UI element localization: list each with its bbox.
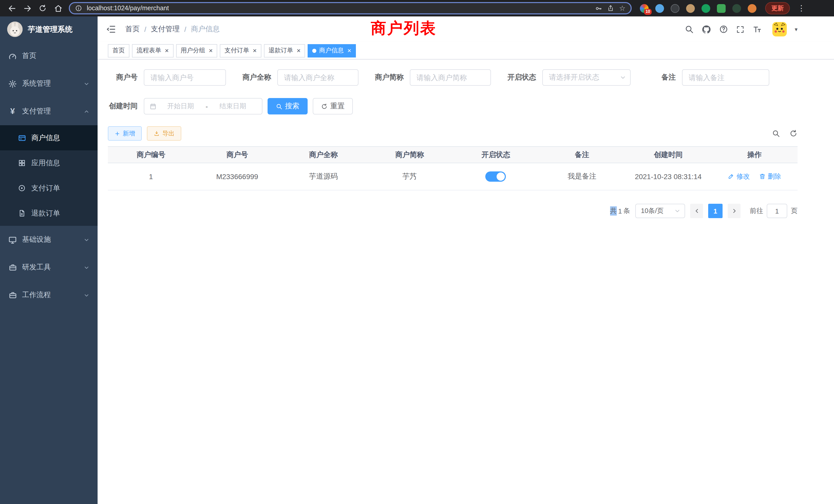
tab-home[interactable]: 首页 (108, 44, 129, 57)
tab-close-icon[interactable]: × (165, 47, 169, 54)
app-title: 芋道管理系统 (28, 24, 72, 34)
grid-icon (18, 159, 26, 167)
breadcrumb-payment[interactable]: 支付管理 (151, 25, 180, 34)
field-label: 商户全称 (241, 73, 277, 82)
share-icon[interactable] (607, 5, 614, 12)
sidebar-item-label: 研发工具 (22, 263, 51, 272)
sidebar-item-refund-order[interactable]: 退款订单 (0, 201, 97, 226)
extension-green-circle-icon[interactable] (702, 4, 710, 13)
page-content: 商户号 商户全称 商户简称 开启状态 请选择开启状态 (97, 60, 834, 504)
search-icon (276, 103, 282, 110)
sidebar-item-infrastructure[interactable]: 基础设施 (0, 226, 97, 254)
sidebar-item-home[interactable]: 首页 (0, 42, 97, 70)
sidebar-item-merchant-info[interactable]: 商户信息 (0, 125, 97, 151)
export-button[interactable]: 导出 (147, 126, 181, 141)
browser-forward-button[interactable] (21, 2, 34, 15)
bank-card-icon (18, 134, 26, 142)
cell-actions: 修改 删除 (711, 163, 797, 190)
fullscreen-icon[interactable] (736, 25, 745, 33)
extension-badge: 10 (644, 8, 652, 15)
reset-button[interactable]: 重置 (313, 98, 353, 114)
filter-status: 开启状态 请选择开启状态 (506, 69, 631, 86)
tab-close-icon[interactable]: × (253, 47, 257, 54)
delete-link[interactable]: 删除 (759, 172, 781, 181)
avatar-caret-down-icon[interactable]: ▾ (795, 26, 797, 32)
add-button-label: 新增 (123, 129, 135, 138)
user-avatar[interactable] (773, 22, 787, 37)
next-page-button[interactable] (728, 204, 741, 218)
browser-home-button[interactable] (51, 2, 65, 15)
chevron-down-icon (84, 81, 89, 87)
tab-user-group[interactable]: 用户分组 × (176, 44, 217, 57)
page-size-select[interactable]: 10条/页 (635, 204, 685, 218)
sidebar-item-payment-management[interactable]: ¥ 支付管理 (0, 97, 97, 125)
github-icon[interactable] (702, 24, 711, 34)
short-name-input[interactable] (410, 69, 491, 86)
help-doc-icon[interactable] (719, 25, 728, 34)
extension-dark-circle-icon[interactable] (671, 4, 679, 13)
chevron-down-icon (84, 237, 89, 243)
breadcrumb-home[interactable]: 首页 (125, 25, 140, 34)
tab-close-icon[interactable]: × (209, 47, 213, 54)
browser-reload-button[interactable] (36, 2, 49, 15)
browser-menu-icon[interactable]: ⋮ (797, 4, 805, 13)
prev-page-button[interactable] (690, 204, 703, 218)
pagination-total: 共 1 条 (610, 206, 630, 215)
filter-create-time: 创建时间 开始日期 - 结束日期 (108, 98, 262, 114)
search-button[interactable]: 搜索 (267, 98, 308, 114)
header-search-icon[interactable] (685, 25, 694, 34)
site-info-icon[interactable] (75, 5, 82, 12)
sidebar-item-dev-tools[interactable]: 研发工具 (0, 254, 97, 281)
pagination: 共 1 条 10条/页 1 前往 页 (108, 204, 797, 218)
extension-forest-icon[interactable] (732, 4, 741, 13)
app-logo[interactable]: 芋道管理系统 (0, 17, 97, 42)
extension-blue-drop-icon[interactable] (655, 4, 664, 13)
add-button[interactable]: 新增 (108, 126, 142, 141)
search-button-label: 搜索 (285, 101, 300, 111)
sidebar-item-pay-order[interactable]: 支付订单 (0, 176, 97, 201)
sidebar-toggle-icon[interactable] (106, 24, 116, 35)
date-range-picker[interactable]: 开始日期 - 结束日期 (144, 98, 262, 114)
browser-update-button[interactable]: 更新 (765, 2, 790, 14)
bookmark-star-icon[interactable]: ☆ (619, 4, 626, 12)
tab-close-icon[interactable]: × (347, 47, 351, 54)
col-actions: 操作 (711, 146, 797, 163)
extension-green-square-icon[interactable] (717, 4, 726, 13)
tab-close-icon[interactable]: × (297, 47, 301, 54)
page-unit-label: 页 (791, 206, 797, 215)
status-toggle[interactable] (486, 171, 506, 182)
tab-label: 用户分组 (180, 46, 205, 55)
password-key-icon[interactable] (595, 4, 602, 12)
edit-link[interactable]: 修改 (728, 172, 750, 181)
sidebar-item-app-info[interactable]: 应用信息 (0, 151, 97, 176)
profile-avatar-icon[interactable] (748, 4, 756, 13)
sidebar-item-system-management[interactable]: 系统管理 (0, 70, 97, 97)
tab-refund-order[interactable]: 退款订单 × (264, 44, 305, 57)
total-count: 1 (618, 207, 622, 215)
full-name-input[interactable] (277, 69, 358, 86)
header-bar: 首页 / 支付管理 / 商户信息 ▾ (97, 17, 834, 42)
remark-input[interactable] (682, 69, 769, 86)
font-size-icon[interactable] (753, 24, 762, 34)
extension-colorful-icon[interactable]: 10 (640, 4, 649, 13)
briefcase-icon (8, 291, 17, 299)
status-select[interactable]: 请选择开启状态 (542, 69, 631, 86)
sidebar-item-workflow[interactable]: 工作流程 (0, 281, 97, 309)
filter-row-1: 商户号 商户全称 商户简称 开启状态 请选择开启状态 (108, 69, 797, 86)
header-actions: ▾ (685, 22, 797, 37)
sidebar-item-label: 退款订单 (31, 209, 60, 218)
current-page-button[interactable]: 1 (708, 204, 723, 218)
extension-avatar-icon[interactable] (686, 4, 695, 13)
tab-merchant-info[interactable]: 商户信息 × (308, 44, 356, 57)
goto-page-input[interactable] (767, 204, 787, 218)
tab-process-form[interactable]: 流程表单 × (132, 44, 173, 57)
tab-pay-order[interactable]: 支付订单 × (220, 44, 261, 57)
refresh-table-icon[interactable] (789, 129, 797, 138)
toggle-search-icon[interactable] (772, 129, 780, 138)
breadcrumb-separator: / (144, 25, 146, 33)
address-bar[interactable]: localhost:1024/pay/merchant ☆ (69, 2, 632, 14)
col-merchant-no: 商户号 (194, 146, 280, 163)
sidebar-item-label: 系统管理 (22, 79, 51, 88)
browser-back-button[interactable] (5, 2, 19, 15)
merchant-no-input[interactable] (144, 69, 226, 86)
